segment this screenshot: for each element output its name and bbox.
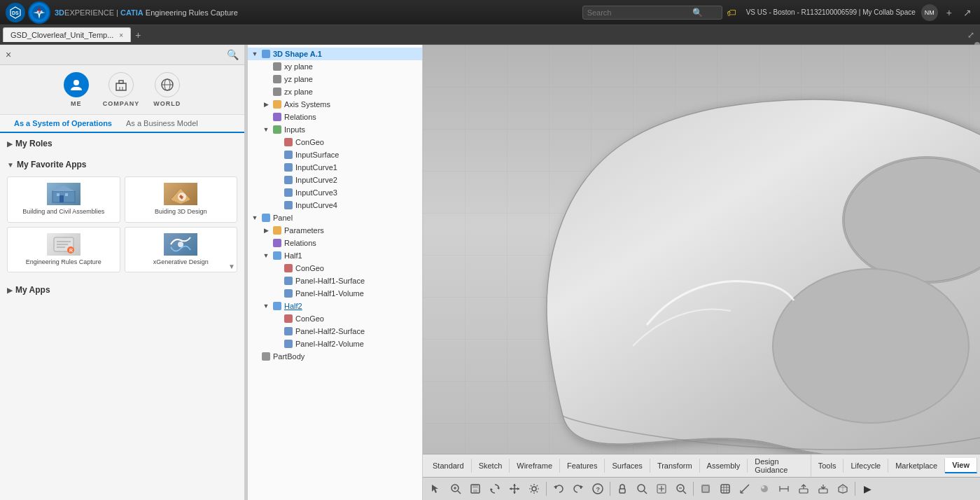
- tree-expand-panel-half1-volume[interactable]: [273, 289, 281, 298]
- measure-icon[interactable]: [736, 480, 754, 498]
- tree-node-half1[interactable]: ▼Half1: [248, 249, 422, 262]
- tab-expand-btn[interactable]: ⤢: [967, 30, 977, 40]
- tree-node-partbody[interactable]: PartBody: [248, 350, 422, 363]
- zoom2-icon[interactable]: [672, 480, 690, 498]
- save-icon[interactable]: [466, 480, 484, 498]
- tree-node-inputcurve4[interactable]: InputCurve4: [248, 199, 422, 211]
- my-apps-header[interactable]: ▶ My Apps: [0, 282, 244, 298]
- share-icon[interactable]: ↗: [960, 6, 974, 20]
- tree-node-congeo3[interactable]: ConGeo: [248, 312, 422, 325]
- export-icon[interactable]: [794, 480, 813, 498]
- tree-expand-xy[interactable]: [262, 62, 270, 71]
- tree-expand-panel-half2-surface[interactable]: [273, 327, 281, 335]
- tree-node-relations1[interactable]: Relations: [248, 111, 422, 123]
- solid-icon[interactable]: [696, 480, 715, 498]
- tree-expand-inputcurve3[interactable]: [273, 188, 281, 197]
- tree-node-panel-half1-volume[interactable]: Panel-Half1-Volume: [248, 287, 422, 300]
- tree-node-congeo2[interactable]: ConGeo: [248, 262, 422, 275]
- toolbar-tab-lifecycle[interactable]: Lifecycle: [844, 459, 888, 473]
- tab-add-btn[interactable]: +: [131, 28, 145, 42]
- lock-icon[interactable]: [613, 480, 631, 498]
- search-icon[interactable]: 🔍: [692, 8, 703, 18]
- tree-expand-axis[interactable]: ▶: [262, 100, 270, 109]
- active-tab[interactable]: GSD_Cloverleaf_Unit_Temp... ×: [3, 27, 131, 42]
- tree-node-panel[interactable]: ▼Panel: [248, 211, 422, 224]
- tree-node-inputs[interactable]: ▼Inputs: [248, 123, 422, 136]
- tree-expand-zx[interactable]: [262, 88, 270, 96]
- tree-expand-inputcurve2[interactable]: [273, 176, 281, 184]
- move-icon[interactable]: [652, 480, 671, 498]
- tree-expand-parameters[interactable]: ▶: [262, 226, 270, 235]
- tree-node-3dshape[interactable]: ▼3D Shape A.1: [248, 48, 422, 60]
- search-input[interactable]: [587, 8, 692, 17]
- tree-expand-yz[interactable]: [262, 75, 270, 83]
- nav-tab-me[interactable]: ME: [64, 72, 89, 107]
- redo-icon[interactable]: [569, 480, 587, 498]
- tree-expand-inputcurve4[interactable]: [273, 201, 281, 209]
- app-xgen[interactable]: xGenerative Design ▼: [125, 227, 238, 273]
- tree-expand-panel-half1-surface[interactable]: [273, 277, 281, 285]
- tree-expand-congeo2[interactable]: [273, 264, 281, 272]
- avatar[interactable]: NM: [921, 4, 938, 21]
- tree-expand-panel[interactable]: ▼: [251, 214, 259, 222]
- search2-icon[interactable]: [633, 480, 651, 498]
- render-icon[interactable]: [755, 480, 774, 498]
- app-erc[interactable]: R Engineering Rules Capture: [7, 227, 120, 273]
- my-favorite-apps-header[interactable]: ▼ My Favorite Apps: [0, 157, 244, 172]
- 3dpart-icon[interactable]: [834, 480, 852, 498]
- tree-node-panel-half2-volume[interactable]: Panel-Half2-Volume: [248, 338, 422, 350]
- tab-close-btn[interactable]: ×: [119, 32, 123, 39]
- tree-expand-3dshape[interactable]: ▼: [251, 50, 259, 58]
- tree-node-inputsurface[interactable]: InputSurface: [248, 148, 422, 161]
- scroll-right-icon[interactable]: ▶: [858, 480, 876, 498]
- rotate-icon[interactable]: [486, 480, 504, 498]
- toolbar-tab-sketch[interactable]: Sketch: [472, 459, 510, 473]
- toolbar-tab-features[interactable]: Features: [560, 459, 605, 473]
- tree-node-half2[interactable]: ▼Half2: [248, 300, 422, 312]
- ds-logo[interactable]: DS: [6, 3, 25, 22]
- sidebar-search-btn[interactable]: 🔍: [227, 49, 239, 60]
- toolbar-tab-view[interactable]: View: [945, 458, 977, 473]
- tree-expand-relations2[interactable]: [262, 239, 270, 247]
- tree-node-inputcurve3[interactable]: InputCurve3: [248, 186, 422, 199]
- tree-expand-inputsurface[interactable]: [273, 151, 281, 159]
- tree-expand-inputcurve1[interactable]: [273, 163, 281, 172]
- toolbar-tab-design-guidance[interactable]: Design Guidance: [748, 454, 811, 477]
- tree-expand-inputs[interactable]: ▼: [262, 125, 270, 134]
- import-icon[interactable]: [814, 480, 832, 498]
- toolbar-tab-standard[interactable]: Standard: [426, 459, 472, 473]
- settings2-icon[interactable]: [525, 480, 543, 498]
- pan-icon[interactable]: [505, 480, 524, 498]
- tree-expand-congeo3[interactable]: [273, 314, 281, 323]
- viewport[interactable]: StandardSketchWireframeFeaturesSurfacesT…: [423, 45, 980, 500]
- select-icon[interactable]: [427, 480, 445, 498]
- tree-node-relations2[interactable]: Relations: [248, 237, 422, 249]
- tree-expand-relations1[interactable]: [262, 113, 270, 121]
- wireframe-icon[interactable]: [716, 480, 734, 498]
- toolbar-tab-tools[interactable]: Tools: [811, 459, 844, 473]
- app-building-civil[interactable]: Building and Civil Assemblies: [7, 176, 120, 223]
- my-roles-header[interactable]: ▶ My Roles: [0, 136, 244, 151]
- nav-tab-company[interactable]: COMPANY: [103, 72, 139, 107]
- tag-icon[interactable]: 🏷: [727, 7, 736, 18]
- op-tab-system[interactable]: As a System of Operations: [7, 115, 119, 133]
- tree-node-axis[interactable]: ▶Axis Systems: [248, 98, 422, 111]
- zoom-icon[interactable]: [447, 480, 465, 498]
- help-icon[interactable]: ?: [589, 480, 607, 498]
- tree-expand-panel-half2-volume[interactable]: [273, 340, 281, 348]
- tree-node-yz[interactable]: yz plane: [248, 73, 422, 85]
- toolbar-tab-transform[interactable]: Transform: [650, 459, 700, 473]
- sidebar-close-btn[interactable]: ×: [6, 49, 11, 60]
- add-icon[interactable]: +: [944, 6, 955, 20]
- tree-node-inputcurve2[interactable]: InputCurve2: [248, 174, 422, 186]
- tree-node-inputcurve1[interactable]: InputCurve1: [248, 161, 422, 174]
- tree-node-panel-half2-surface[interactable]: Panel-Half2-Surface: [248, 325, 422, 338]
- toolbar-tab-wireframe[interactable]: Wireframe: [510, 459, 560, 473]
- tree-node-xy[interactable]: xy plane: [248, 60, 422, 73]
- tree-node-zx[interactable]: zx plane: [248, 85, 422, 98]
- undo-icon[interactable]: [550, 480, 568, 498]
- more-btn[interactable]: ▼: [228, 263, 235, 270]
- toolbar-tab-surfaces[interactable]: Surfaces: [605, 459, 650, 473]
- nav-tab-world[interactable]: WORLD: [153, 72, 181, 107]
- tree-node-parameters[interactable]: ▶Parameters: [248, 224, 422, 237]
